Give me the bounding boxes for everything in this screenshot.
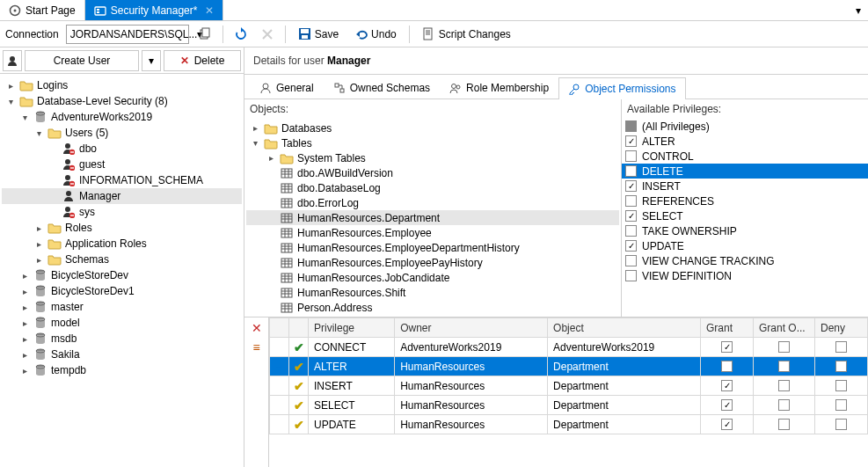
expand-icon[interactable]: ▸ bbox=[250, 123, 260, 133]
tree-user-dbo[interactable]: dbo bbox=[2, 141, 242, 157]
col-object[interactable]: Object bbox=[548, 318, 701, 338]
obj-table-4[interactable]: HumanResources.Employee bbox=[246, 225, 619, 240]
checkbox-icon[interactable]: ✓ bbox=[625, 165, 637, 177]
cell-deny[interactable] bbox=[815, 357, 868, 376]
delete-button[interactable]: ✕ Delete bbox=[164, 50, 241, 71]
tab-role-membership[interactable]: Role Membership bbox=[440, 77, 558, 99]
tree-roles[interactable]: ▸Roles bbox=[2, 220, 242, 236]
expand-icon[interactable]: ▾ bbox=[5, 97, 16, 106]
grid-row[interactable]: ✔UPDATEHumanResourcesDepartment✓ bbox=[270, 415, 868, 434]
create-user-button[interactable]: Create User bbox=[25, 50, 139, 71]
refresh-button[interactable] bbox=[230, 24, 252, 45]
obj-table-8[interactable]: HumanResources.Shift bbox=[246, 285, 619, 300]
user-icon-button[interactable] bbox=[3, 50, 22, 71]
script-changes-button[interactable]: Script Changes bbox=[417, 24, 516, 45]
expand-icon[interactable]: ▾ bbox=[250, 138, 260, 148]
cell-deny[interactable] bbox=[815, 376, 868, 396]
obj-table-1[interactable]: dbo.DatabaseLog bbox=[246, 180, 619, 195]
expand-icon[interactable]: ▸ bbox=[19, 334, 30, 344]
security-tree[interactable]: ▸Logins▾Database-Level Security (8)▾Adve… bbox=[0, 74, 244, 467]
undo-button[interactable]: Undo bbox=[349, 24, 402, 45]
obj-system-tables[interactable]: ▸System Tables bbox=[246, 150, 619, 165]
obj-table-0[interactable]: dbo.AWBuildVersion bbox=[246, 165, 619, 180]
checkbox-icon[interactable] bbox=[625, 270, 637, 281]
cell-deny[interactable] bbox=[815, 338, 868, 357]
cell-grant-option[interactable] bbox=[754, 338, 815, 357]
tree-db-adventureworks[interactable]: ▾AdventureWorks2019 bbox=[2, 109, 242, 125]
col-grant[interactable]: Grant bbox=[701, 318, 754, 338]
expand-icon[interactable]: ▸ bbox=[19, 318, 30, 328]
grid-row[interactable]: →✔ALTERHumanResourcesDepartment✓ bbox=[270, 357, 868, 376]
tab-general[interactable]: General bbox=[250, 77, 324, 99]
tree-db-sakila[interactable]: ▸Sakila bbox=[2, 347, 242, 362]
priv-select[interactable]: ✓SELECT bbox=[622, 208, 868, 223]
tree-users[interactable]: ▾Users (5) bbox=[2, 125, 242, 141]
priv-insert[interactable]: ✓INSERT bbox=[622, 179, 868, 193]
expand-icon[interactable]: ▸ bbox=[33, 255, 44, 265]
tree-app-roles[interactable]: ▸Application Roles bbox=[2, 236, 242, 252]
priv-update[interactable]: ✓UPDATE bbox=[622, 238, 868, 253]
checkbox-icon[interactable]: ✓ bbox=[625, 210, 637, 222]
tree-user-sys[interactable]: sys bbox=[2, 204, 242, 220]
col-owner[interactable]: Owner bbox=[395, 318, 548, 338]
expand-icon[interactable]: ▾ bbox=[19, 113, 30, 122]
tree-user-manager[interactable]: Manager bbox=[2, 188, 242, 204]
expand-icon[interactable]: ▸ bbox=[33, 223, 44, 233]
checkbox-icon[interactable] bbox=[625, 120, 637, 132]
checkbox-icon[interactable] bbox=[625, 195, 637, 207]
tabs-overflow[interactable]: ▾ bbox=[849, 0, 868, 20]
tree-schemas[interactable]: ▸Schemas bbox=[2, 252, 242, 267]
copy-button[interactable] bbox=[194, 24, 215, 45]
priv-take-ownership[interactable]: TAKE OWNERSHIP bbox=[622, 223, 868, 238]
tree-user-information_schema[interactable]: INFORMATION_SCHEMA bbox=[2, 172, 242, 188]
cell-grant-option[interactable] bbox=[754, 396, 815, 415]
cell-deny[interactable] bbox=[815, 396, 868, 415]
obj-table-2[interactable]: dbo.ErrorLog bbox=[246, 195, 619, 210]
checkbox-icon[interactable] bbox=[625, 225, 637, 237]
privileges-list[interactable]: (All Privileges)✓ALTERCONTROL✓DELETE✓INS… bbox=[622, 119, 868, 317]
grid-row[interactable]: ✔INSERTHumanResourcesDepartment✓ bbox=[270, 376, 868, 396]
priv-view-definition[interactable]: VIEW DEFINITION bbox=[622, 268, 868, 283]
obj-table-7[interactable]: HumanResources.JobCandidate bbox=[246, 270, 619, 285]
cell-grant-option[interactable] bbox=[754, 415, 815, 434]
objects-tree[interactable]: ▸Databases▾Tables▸System Tablesdbo.AWBui… bbox=[244, 119, 621, 317]
priv-control[interactable]: CONTROL bbox=[622, 149, 868, 164]
checkbox-icon[interactable]: ✓ bbox=[625, 180, 637, 192]
cell-grant[interactable]: ✓ bbox=[701, 338, 754, 357]
obj-table-10[interactable]: Person.AddressType bbox=[246, 315, 619, 317]
col-privilege[interactable]: Privilege bbox=[309, 318, 395, 338]
highlight-rows-icon[interactable]: ≡ bbox=[252, 340, 259, 354]
cell-deny[interactable] bbox=[815, 415, 868, 434]
cell-grant-option[interactable] bbox=[754, 357, 815, 376]
expand-icon[interactable]: ▸ bbox=[19, 366, 30, 376]
tab-object-permissions[interactable]: Object Permissions bbox=[558, 77, 685, 99]
priv-references[interactable]: REFERENCES bbox=[622, 193, 868, 208]
obj-databases[interactable]: ▸Databases bbox=[246, 120, 619, 135]
col-grant-option[interactable]: Grant O... bbox=[754, 318, 815, 338]
checkbox-icon[interactable] bbox=[625, 255, 637, 266]
connection-select[interactable]: JORDANSANDERS\SQL... ▾ bbox=[66, 25, 189, 44]
expand-icon[interactable]: ▸ bbox=[33, 239, 44, 249]
privileges-grid[interactable]: PrivilegeOwnerObjectGrantGrant O...Deny✔… bbox=[269, 317, 868, 467]
obj-table-5[interactable]: HumanResources.EmployeeDepartmentHistory bbox=[246, 240, 619, 255]
cell-grant[interactable]: ✓ bbox=[701, 415, 754, 434]
cell-grant[interactable]: ✓ bbox=[701, 376, 754, 396]
tree-db-bicyclestoredev1[interactable]: ▸BicycleStoreDev1 bbox=[2, 283, 242, 299]
priv-delete[interactable]: ✓DELETE bbox=[622, 164, 868, 179]
checkbox-icon[interactable] bbox=[625, 150, 637, 162]
priv-alter[interactable]: ✓ALTER bbox=[622, 134, 868, 149]
tree-db-msdb[interactable]: ▸msdb bbox=[2, 331, 242, 347]
tree-user-guest[interactable]: guest bbox=[2, 157, 242, 172]
checkbox-icon[interactable]: ✓ bbox=[625, 135, 637, 147]
expand-icon[interactable]: ▸ bbox=[266, 153, 276, 163]
expand-icon[interactable]: ▾ bbox=[33, 128, 44, 138]
tab-start-page[interactable]: Start Page bbox=[0, 0, 85, 20]
create-user-dropdown[interactable]: ▾ bbox=[142, 50, 161, 71]
grid-row[interactable]: ✔CONNECTAdventureWorks2019AdventureWorks… bbox=[270, 338, 868, 357]
tree-db-security[interactable]: ▾Database-Level Security (8) bbox=[2, 93, 242, 109]
tab-owned-schemas[interactable]: Owned Schemas bbox=[324, 77, 440, 99]
tree-db-bicyclestoredev[interactable]: ▸BicycleStoreDev bbox=[2, 267, 242, 283]
expand-icon[interactable]: ▸ bbox=[19, 271, 30, 281]
tree-db-master[interactable]: ▸master bbox=[2, 299, 242, 315]
priv-all[interactable]: (All Privileges) bbox=[622, 119, 868, 134]
